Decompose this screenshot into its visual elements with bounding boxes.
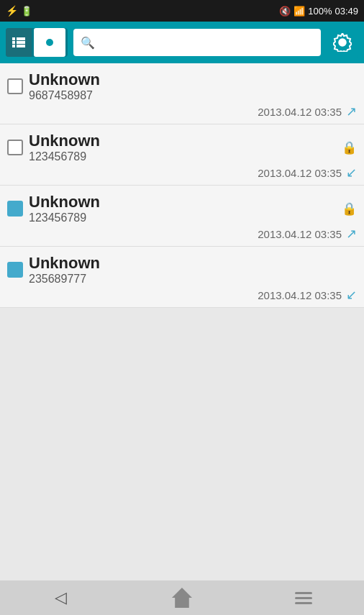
list-item-top: Unknown 123456789 🔒 bbox=[7, 132, 357, 163]
item-number-2: 123456789 bbox=[29, 150, 336, 163]
signal-icon: 📶 bbox=[294, 6, 305, 17]
item-name-4: Unknown bbox=[29, 254, 357, 273]
list-item[interactable]: Unknown 235689777 2013.04.12 03:35 ↙ bbox=[0, 247, 364, 308]
svg-rect-1 bbox=[17, 37, 25, 40]
list-item-bottom-2: 2013.04.12 03:35 ↙ bbox=[7, 163, 357, 181]
tab-grid-inactive[interactable] bbox=[34, 28, 65, 57]
list-item[interactable]: Unknown 9687458987 2013.04.12 03:35 ↗ bbox=[0, 63, 364, 124]
item-name-1: Unknown bbox=[29, 70, 357, 89]
status-right: 🔇 📶 100% 03:49 bbox=[279, 6, 358, 17]
bottom-nav: ◁ bbox=[0, 580, 364, 615]
list-item-top: Unknown 123456789 🔒 bbox=[7, 193, 357, 224]
search-icon: 🔍 bbox=[81, 36, 95, 50]
svg-rect-5 bbox=[17, 45, 25, 47]
list-item-top: Unknown 235689777 bbox=[7, 254, 357, 286]
search-bar[interactable]: 🔍 bbox=[73, 29, 321, 56]
tab-toggle[interactable] bbox=[6, 28, 68, 57]
tab-dot bbox=[46, 39, 53, 46]
checkbox-4[interactable] bbox=[7, 262, 23, 278]
list-item-bottom-4: 2013.04.12 03:35 ↙ bbox=[7, 286, 357, 303]
outgoing-call-icon-1: ↗ bbox=[346, 104, 357, 119]
lock-icon-3: 🔒 bbox=[342, 201, 357, 217]
item-number-3: 123456789 bbox=[29, 211, 336, 224]
checkbox-3[interactable] bbox=[7, 201, 23, 217]
item-info-1: Unknown 9687458987 bbox=[29, 70, 357, 102]
list-item-bottom-1: 2013.04.12 03:35 ↗ bbox=[7, 102, 357, 119]
svg-rect-4 bbox=[12, 45, 15, 47]
item-name-2: Unknown bbox=[29, 132, 336, 150]
toolbar: 🔍 bbox=[0, 22, 364, 63]
usb-icon: ⚡ bbox=[6, 5, 18, 17]
list-item-bottom-3: 2013.04.12 03:35 ↗ bbox=[7, 224, 357, 242]
svg-rect-2 bbox=[12, 41, 15, 44]
tab-list-active[interactable] bbox=[6, 28, 32, 57]
item-number-1: 9687458987 bbox=[29, 89, 357, 102]
checkbox-2[interactable] bbox=[7, 140, 23, 155]
status-left: ⚡ 🔋 bbox=[6, 5, 32, 17]
list-item[interactable]: Unknown 123456789 🔒 2013.04.12 03:35 ↙ bbox=[0, 124, 364, 186]
status-bar: ⚡ 🔋 🔇 📶 100% 03:49 bbox=[0, 0, 364, 22]
list-item-top: Unknown 9687458987 bbox=[7, 70, 357, 102]
battery-percent: 100% bbox=[308, 6, 332, 17]
item-info-4: Unknown 235689777 bbox=[29, 254, 357, 286]
outgoing-call-icon-3: ↗ bbox=[346, 226, 357, 242]
lock-icon-2: 🔒 bbox=[342, 140, 357, 155]
back-icon: ◁ bbox=[55, 588, 67, 607]
home-button[interactable] bbox=[160, 585, 204, 611]
settings-button[interactable] bbox=[327, 27, 358, 58]
battery-indicator: 🔋 bbox=[21, 6, 32, 17]
svg-rect-0 bbox=[12, 37, 15, 40]
call-list: Unknown 9687458987 2013.04.12 03:35 ↗ Un… bbox=[0, 63, 364, 308]
item-name-3: Unknown bbox=[29, 193, 336, 211]
checkbox-1[interactable] bbox=[7, 78, 23, 94]
incoming-call-icon-4: ↙ bbox=[346, 287, 357, 303]
search-input[interactable] bbox=[101, 37, 314, 49]
menu-button[interactable] bbox=[282, 585, 325, 611]
incoming-call-icon-2: ↙ bbox=[346, 165, 357, 181]
back-button[interactable]: ◁ bbox=[39, 585, 82, 611]
menu-icon bbox=[295, 592, 312, 604]
list-item[interactable]: Unknown 123456789 🔒 2013.04.12 03:35 ↗ bbox=[0, 186, 364, 247]
mute-icon: 🔇 bbox=[279, 6, 291, 17]
home-icon bbox=[172, 588, 192, 608]
timestamp-2: 2013.04.12 03:35 bbox=[258, 167, 342, 179]
svg-rect-3 bbox=[17, 41, 25, 44]
item-info-3: Unknown 123456789 bbox=[29, 193, 336, 224]
timestamp-4: 2013.04.12 03:35 bbox=[258, 289, 342, 301]
timestamp-1: 2013.04.12 03:35 bbox=[258, 106, 342, 118]
timestamp-3: 2013.04.12 03:35 bbox=[258, 228, 342, 240]
item-info-2: Unknown 123456789 bbox=[29, 132, 336, 163]
clock: 03:49 bbox=[335, 6, 358, 17]
item-number-4: 235689777 bbox=[29, 273, 357, 286]
